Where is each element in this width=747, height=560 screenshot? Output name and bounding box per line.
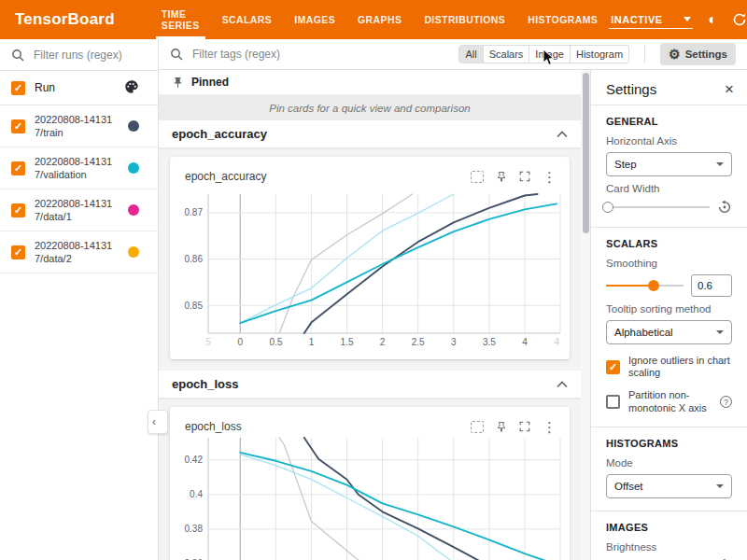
sidebar-collapse-handle[interactable]: ‹: [148, 410, 168, 434]
run-row[interactable]: ✓20220808-141317/validation: [0, 147, 158, 189]
svg-text:0.87: 0.87: [185, 207, 204, 217]
svg-text:5: 5: [205, 337, 211, 347]
card-title: epoch_loss: [185, 420, 242, 433]
chart-host: 0.420.40.380.36: [170, 437, 570, 560]
scrollbar-thumb[interactable]: [583, 73, 589, 233]
content-row: Pinned Pin cards for a quick view and co…: [159, 70, 747, 560]
filter-runs-input[interactable]: [32, 48, 138, 63]
smoothing-label: Smoothing: [606, 258, 732, 269]
fullscreen-icon[interactable]: [519, 171, 530, 182]
nav-tab-images[interactable]: IMAGES: [283, 0, 346, 39]
filter-button-all[interactable]: All: [458, 45, 483, 63]
section-header-epoch-loss[interactable]: epoch_loss: [159, 371, 581, 398]
fit-to-domain-icon[interactable]: [471, 171, 484, 183]
nav-tab-histograms[interactable]: HISTOGRAMS: [516, 0, 609, 39]
toolbar-divider: [644, 45, 645, 63]
svg-text:0.85: 0.85: [185, 301, 204, 311]
run-name: 20220808-141317/validation: [35, 155, 117, 182]
help-icon[interactable]: ?: [720, 396, 732, 408]
filter-button-image[interactable]: Image: [529, 45, 571, 63]
histogram-mode-select[interactable]: Offset: [606, 474, 732, 498]
pin-icon[interactable]: [496, 421, 507, 433]
palette-icon[interactable]: [124, 79, 139, 97]
tooltip-sort-select[interactable]: Alphabetical: [606, 320, 732, 344]
svg-text:3.5: 3.5: [483, 337, 496, 347]
run-checkbox[interactable]: ✓: [11, 119, 25, 133]
run-name: 20220808-141317/train: [35, 113, 117, 140]
nav-tab-graphs[interactable]: GRAPHS: [346, 0, 413, 39]
partition-x-axis-checkbox[interactable]: [606, 395, 620, 409]
nav-tab-scalars[interactable]: SCALARS: [211, 0, 284, 39]
nav-tab-time-series[interactable]: TIME SERIES: [150, 0, 211, 39]
nav-tab-distributions[interactable]: DISTRIBUTIONS: [413, 0, 516, 39]
horizontal-axis-select[interactable]: Step: [606, 152, 732, 176]
horizontal-axis-label: Horizontal Axis: [606, 135, 732, 147]
top-nav: TIME SERIESSCALARSIMAGESGRAPHSDISTRIBUTI…: [150, 0, 610, 39]
runs-list: ✓20220808-141317/train✓20220808-141317/v…: [0, 105, 158, 273]
card-width-slider[interactable]: [606, 201, 710, 214]
filter-runs-row: [0, 39, 158, 71]
chevron-down-icon: [716, 484, 724, 488]
filter-tags-input[interactable]: [190, 47, 334, 62]
status-label: INACTIVE: [611, 14, 662, 25]
settings-button[interactable]: ⚙ Settings: [660, 43, 736, 65]
svg-text:0.42: 0.42: [185, 455, 204, 465]
smoothing-value-input[interactable]: 0.6: [691, 274, 732, 297]
brightness-label: Brightness: [606, 541, 732, 553]
refresh-icon[interactable]: [732, 12, 747, 27]
svg-text:1.5: 1.5: [341, 337, 354, 347]
series-line: [279, 194, 412, 333]
brightness-toggle-icon[interactable]: ◐: [708, 12, 717, 27]
run-checkbox[interactable]: ✓: [11, 203, 25, 217]
svg-text:0.86: 0.86: [185, 254, 204, 264]
ignore-outliers-checkbox[interactable]: ✓: [606, 360, 620, 374]
svg-text:2.5: 2.5: [412, 337, 425, 347]
select-all-runs-checkbox[interactable]: ✓: [11, 81, 25, 95]
runs-column-label: Run: [35, 81, 55, 94]
run-name: 20220808-141317/data/2: [35, 239, 117, 266]
cards-area: Pinned Pin cards for a quick view and co…: [159, 70, 581, 560]
card-title: epoch_accuracy: [185, 170, 266, 183]
runs-header-row: ✓ Run: [0, 71, 158, 105]
run-checkbox[interactable]: ✓: [11, 161, 25, 175]
run-row[interactable]: ✓20220808-141317/train: [0, 105, 158, 147]
filter-button-histogram[interactable]: Histogram: [571, 45, 629, 63]
fit-to-domain-icon[interactable]: [471, 421, 484, 433]
status-dropdown[interactable]: INACTIVE: [609, 11, 693, 29]
series-line: [279, 438, 364, 560]
svg-text:2: 2: [380, 337, 386, 347]
chevron-down-icon: [684, 17, 691, 21]
pin-icon: [172, 77, 184, 89]
chevron-up-icon[interactable]: [557, 131, 568, 138]
reset-icon[interactable]: [717, 200, 732, 215]
run-color-dot: [128, 120, 139, 132]
run-row[interactable]: ✓20220808-141317/data/2: [0, 231, 158, 273]
gear-icon: ⚙: [669, 48, 681, 61]
more-options-icon[interactable]: ⋮: [543, 420, 557, 434]
pinned-title: Pinned: [191, 76, 229, 89]
run-color-dot: [128, 204, 139, 216]
section-header-epoch-accuracy[interactable]: epoch_accuracy: [159, 120, 581, 147]
pinned-empty-message: Pin cards for a quick view and compariso…: [159, 95, 581, 120]
runs-sidebar: ✓ Run ✓20220808-141317/train✓20220808-14…: [0, 39, 159, 560]
settings-section-general: GENERAL Horizontal Axis Step Card Width: [591, 105, 747, 227]
scalar-chart-epoch_accuracy[interactable]: 0.850.860.8700.511.522.533.5454: [170, 187, 570, 350]
svg-text:0.5: 0.5: [269, 337, 282, 347]
series-line: [240, 455, 457, 560]
run-checkbox[interactable]: ✓: [11, 245, 25, 259]
more-options-icon[interactable]: ⋮: [543, 170, 557, 184]
run-color-dot: [128, 162, 139, 174]
app-header: TensorBoard TIME SERIESSCALARSIMAGESGRAP…: [0, 0, 747, 39]
close-icon[interactable]: ×: [725, 81, 734, 97]
right-column: AllScalarsImageHistogram ⚙ Settings Pinn…: [159, 39, 747, 560]
pin-icon[interactable]: [496, 171, 507, 183]
settings-section-histograms: HISTOGRAMS Mode Offset: [591, 427, 747, 511]
run-row[interactable]: ✓20220808-141317/data/1: [0, 189, 158, 231]
chevron-up-icon[interactable]: [557, 381, 568, 388]
filter-button-scalars[interactable]: Scalars: [484, 45, 530, 63]
scalar-chart-epoch_loss[interactable]: 0.420.40.380.36: [170, 437, 570, 560]
svg-text:1: 1: [309, 337, 315, 347]
smoothing-slider[interactable]: [606, 279, 684, 292]
fullscreen-icon[interactable]: [519, 421, 530, 432]
settings-section-images: IMAGES Brightness Contrast: [591, 511, 747, 560]
